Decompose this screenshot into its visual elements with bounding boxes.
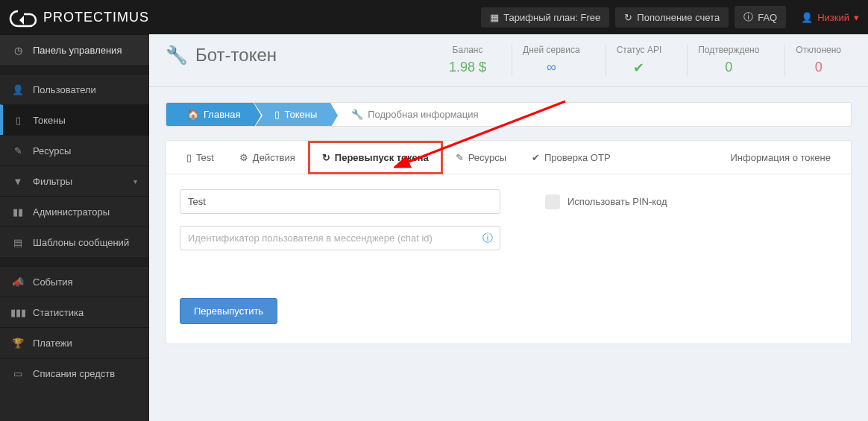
sidebar-item-templates[interactable]: ▤ Шаблоны сообщений — [0, 227, 149, 257]
pin-checkbox[interactable] — [545, 194, 560, 209]
page-title: 🔧 Бот-токен — [166, 45, 277, 66]
bars-icon: ▮▮ — [12, 206, 24, 218]
brand-text: PROTECTIMUS — [43, 10, 149, 25]
stat-api: Статус API ✔ — [606, 45, 673, 76]
tab-actions[interactable]: ⚙ Действия — [227, 141, 308, 174]
tab-label: Действия — [253, 152, 295, 163]
faq-label: FAQ — [758, 12, 777, 23]
breadcrumb: 🏠 Главная ▯ Токены 🔧 Подробная информаци… — [166, 102, 852, 127]
stat-label: Статус API — [617, 45, 662, 55]
caret-down-icon: ▾ — [133, 177, 137, 186]
sidebar-item-charges[interactable]: ▭ Списания средств — [0, 358, 149, 388]
stat-label: Отклонено — [796, 45, 841, 55]
sidebar-item-dashboard[interactable]: ◷ Панель управления — [0, 34, 149, 65]
sidebar-item-label: Платежи — [33, 338, 72, 349]
breadcrumb-label: Токены — [284, 109, 317, 120]
edit-icon: ✎ — [12, 145, 24, 156]
tab-reissue[interactable]: ↻ Перевыпуск токена — [308, 141, 443, 174]
sidebar-item-label: Фильтры — [33, 176, 72, 187]
refresh-icon: ↻ — [624, 12, 632, 23]
sidebar-item-events[interactable]: 📣 События — [0, 266, 149, 297]
stat-balance: Баланс 1.98 $ — [438, 45, 497, 76]
sidebar-item-label: Панель управления — [33, 45, 122, 56]
edit-icon: ✎ — [456, 152, 464, 163]
brand-logo[interactable]: PROTECTIMUS — [9, 7, 149, 28]
stat-confirmed: Подтверждено 0 — [687, 45, 770, 76]
wrench-icon: 🔧 — [351, 109, 363, 120]
breadcrumb-tokens[interactable]: ▯ Токены — [254, 103, 330, 126]
stat-value: 1.98 $ — [449, 60, 486, 75]
info-icon[interactable]: ⓘ — [482, 232, 493, 245]
stat-value: 0 — [796, 60, 841, 75]
reissue-button[interactable]: Перевыпустить — [180, 298, 277, 324]
sidebar-item-filters[interactable]: ▼ Фильтры ▾ — [0, 165, 149, 196]
sidebar-item-users[interactable]: 👤 Пользователи — [0, 74, 149, 104]
sidebar-item-payments[interactable]: 🏆 Платежи — [0, 327, 149, 358]
stat-declined: Отклонено 0 — [784, 45, 852, 76]
info-icon: ⓘ — [743, 10, 753, 24]
topup-button[interactable]: ↻ Пополнение счета — [615, 7, 729, 28]
user-icon: 👤 — [801, 12, 813, 23]
sidebar-item-label: Ресурсы — [33, 145, 71, 156]
stat-label: Дней сервиса — [523, 45, 580, 55]
sidebar-spacer — [0, 257, 149, 266]
pin-label: Использовать PIN-код — [567, 196, 667, 207]
trophy-icon: 🏆 — [12, 337, 24, 349]
stat-label: Подтверждено — [698, 45, 759, 55]
user-menu[interactable]: 👤 Низкий ▾ — [801, 12, 859, 23]
stat-value: 0 — [698, 60, 759, 75]
card-icon: ▦ — [490, 12, 499, 23]
sidebar-item-label: Токены — [33, 115, 66, 126]
filter-icon: ▼ — [12, 175, 24, 187]
user-icon: 👤 — [12, 83, 24, 95]
chart-icon: ▮▮▮ — [12, 306, 24, 318]
logo-icon — [9, 7, 39, 28]
sidebar-item-stats[interactable]: ▮▮▮ Статистика — [0, 297, 149, 327]
sidebar-item-label: События — [33, 276, 73, 288]
breadcrumb-details: 🔧 Подробная информация — [330, 103, 491, 126]
sidebar-spacer — [0, 65, 149, 74]
topup-label: Пополнение счета — [637, 12, 720, 23]
mobile-icon: ▯ — [274, 109, 280, 120]
doc-icon: ▤ — [12, 236, 24, 248]
caret-down-icon: ▾ — [854, 12, 859, 23]
tab-label: Проверка OTP — [544, 152, 611, 163]
tab-resources[interactable]: ✎ Ресурсы — [443, 141, 519, 174]
breadcrumb-label: Подробная информация — [368, 109, 478, 120]
token-name-input[interactable] — [180, 189, 500, 214]
home-icon: 🏠 — [187, 109, 199, 120]
stat-days: Дней сервиса ∞ — [512, 45, 591, 76]
breadcrumb-home[interactable]: 🏠 Главная — [166, 103, 254, 126]
tab-otp[interactable]: ✔ Проверка OTP — [519, 141, 623, 174]
sidebar-item-admins[interactable]: ▮▮ Администраторы — [0, 196, 149, 227]
tab-test[interactable]: ▯ Test — [174, 141, 227, 174]
tab-label: Информация о токене — [730, 152, 831, 163]
plan-label: Тарифный план: Free — [503, 12, 600, 23]
sidebar-item-tokens[interactable]: ▯ Токены — [0, 104, 149, 135]
stat-label: Баланс — [449, 45, 486, 55]
token-panel: ▯ Test ⚙ Действия ↻ Перевыпуск токена ✎ … — [166, 140, 852, 344]
megaphone-icon: 📣 — [12, 276, 24, 288]
plan-button[interactable]: ▦ Тарифный план: Free — [481, 7, 609, 28]
sidebar-item-label: Списания средств — [33, 368, 115, 379]
sidebar: ◷ Панель управления 👤 Пользователи ▯ Ток… — [0, 34, 149, 421]
gauge-icon: ◷ — [12, 44, 24, 56]
breadcrumb-label: Главная — [204, 109, 240, 120]
infinity-icon: ∞ — [523, 60, 580, 75]
wrench-icon: 🔧 — [166, 45, 188, 66]
tab-label: Перевыпуск токена — [335, 152, 429, 163]
tab-info[interactable]: Информация о токене — [717, 141, 843, 174]
sidebar-item-label: Пользователи — [33, 84, 96, 95]
sidebar-item-label: Шаблоны сообщений — [33, 237, 129, 248]
sidebar-item-label: Статистика — [33, 307, 84, 318]
gear-icon: ⚙ — [239, 152, 248, 163]
user-label: Низкий — [817, 12, 849, 23]
check-icon: ✔ — [617, 60, 662, 76]
refresh-icon: ↻ — [322, 152, 330, 163]
page-title-text: Бот-токен — [195, 45, 277, 66]
mobile-icon: ▯ — [12, 114, 24, 126]
chatid-input[interactable] — [180, 226, 500, 250]
faq-button[interactable]: ⓘ FAQ — [735, 6, 786, 28]
sidebar-item-resources[interactable]: ✎ Ресурсы — [0, 135, 149, 165]
sidebar-item-label: Администраторы — [33, 206, 110, 218]
